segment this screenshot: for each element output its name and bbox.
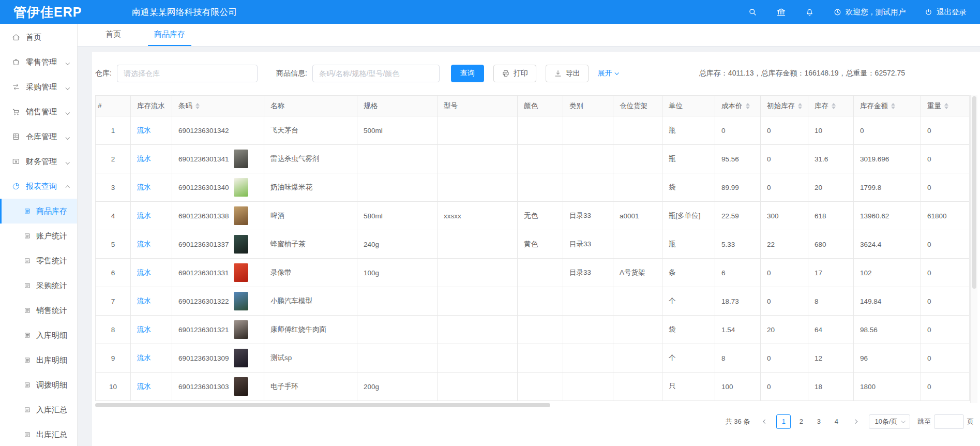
export-button[interactable]: 导出 [546, 65, 589, 82]
flow-link[interactable]: 流水 [137, 240, 151, 248]
tab-home[interactable]: 首页 [99, 24, 127, 46]
cell-initial: 22 [761, 230, 808, 259]
page-button-4[interactable]: 4 [829, 414, 843, 429]
search-icon[interactable] [748, 7, 758, 17]
warehouse-label: 仓库: [95, 69, 112, 78]
sidebar-subitem-purchase-stats[interactable]: 采购统计 [0, 273, 77, 298]
cell-initial: 0 [761, 173, 808, 202]
vertical-scrollbar[interactable] [970, 95, 977, 403]
jump-input[interactable] [934, 414, 964, 429]
flow-link[interactable]: 流水 [137, 297, 151, 305]
sidebar-item-retail[interactable]: 零售管理 [0, 50, 77, 75]
sidebar-subitem-product-inventory[interactable]: 商品库存 [0, 199, 77, 224]
page-size-select[interactable]: 10条/页 [869, 414, 910, 429]
sidebar-item-finance[interactable]: 财务管理 [0, 149, 77, 174]
print-button[interactable]: 打印 [493, 65, 536, 82]
sidebar-item-home[interactable]: 首页 [0, 25, 77, 50]
cell-spec: 500ml [357, 116, 438, 145]
product-thumbnail[interactable] [234, 150, 248, 168]
sidebar-subitem-sales-stats[interactable]: 销售统计 [0, 298, 77, 323]
clock-icon [833, 8, 842, 17]
cell-stock: 18 [808, 373, 854, 401]
sidebar-subitem-transfer-detail[interactable]: 调拨明细 [0, 373, 77, 397]
list-icon [24, 207, 31, 215]
flow-link[interactable]: 流水 [137, 212, 151, 219]
sidebar-item-warehouse[interactable]: 仓库管理 [0, 124, 77, 149]
jump-suffix-label: 页 [967, 417, 974, 426]
page-button-1[interactable]: 1 [776, 414, 791, 429]
cell-unit: 袋 [662, 173, 715, 202]
sort-icon[interactable] [798, 103, 802, 109]
product-info-input[interactable] [312, 65, 440, 82]
inventory-summary: 总库存：4011.13，总库存金额：166148.19，总重量：62572.75 [699, 69, 905, 78]
sort-icon[interactable] [832, 103, 836, 109]
cell-unit: 瓶 [662, 145, 715, 173]
inventory-table: #库存流水条码名称规格型号颜色类别仓位货架单位成本价初始库存库存库存金额重量 1… [95, 95, 970, 401]
flow-link[interactable]: 流水 [137, 183, 151, 191]
cell-unit: 只 [662, 373, 715, 401]
sort-icon[interactable] [195, 103, 200, 109]
cell-cost: 0 [715, 116, 761, 145]
flow-link[interactable]: 流水 [137, 325, 151, 333]
cell-spec: 240g [357, 230, 438, 259]
product-thumbnail[interactable] [234, 349, 248, 367]
bank-icon[interactable] [776, 7, 786, 17]
cell-initial: 20 [761, 316, 808, 344]
home-icon [12, 33, 20, 41]
sidebar-subitem-retail-stats[interactable]: 零售统计 [0, 248, 77, 273]
sidebar-subitem-outbound-summary[interactable]: 出库汇总 [0, 422, 77, 446]
horizontal-scrollbar-thumb[interactable] [95, 403, 550, 407]
flow-link[interactable]: 流水 [137, 126, 151, 134]
flow-link[interactable]: 流水 [137, 155, 151, 162]
vertical-scrollbar-thumb[interactable] [972, 96, 976, 289]
cell-name: 蜂蜜柚子茶 [264, 230, 357, 259]
app-header: 管伊佳ERP 南通某某网络科技有限公司 欢迎您，测试用户 退出登录 [0, 0, 980, 24]
column-header-12: 库存 [808, 96, 854, 116]
bell-icon[interactable] [805, 7, 815, 17]
sidebar-item-sales[interactable]: 销售管理 [0, 99, 77, 124]
page-button-2[interactable]: 2 [794, 414, 808, 429]
sort-icon[interactable] [746, 103, 750, 109]
flow-link[interactable]: 流水 [137, 269, 151, 276]
cell-shelf [613, 373, 662, 401]
tab-product-inventory[interactable]: 商品库存 [148, 24, 191, 46]
welcome-user[interactable]: 欢迎您，测试用户 [833, 7, 906, 17]
flow-link[interactable]: 流水 [137, 354, 151, 362]
product-thumbnail[interactable] [234, 320, 248, 339]
cell-cost: 8 [715, 344, 761, 373]
cell-weight: 0 [921, 173, 970, 202]
prev-page-button[interactable] [758, 414, 772, 429]
product-thumbnail[interactable] [234, 206, 248, 225]
chevron-down-icon [65, 110, 69, 114]
search-button[interactable]: 查询 [451, 65, 484, 82]
column-header-3: 名称 [264, 96, 357, 116]
sidebar-subitem-outbound-detail[interactable]: 出库明细 [0, 348, 77, 373]
sort-icon[interactable] [944, 103, 948, 109]
column-header-8: 仓位货架 [613, 96, 662, 116]
sidebar-subitem-account-stats[interactable]: 账户统计 [0, 224, 77, 248]
sidebar-item-reports[interactable]: 报表查询 [0, 174, 77, 199]
product-thumbnail[interactable] [234, 178, 248, 197]
product-thumbnail[interactable] [234, 377, 248, 396]
product-thumbnail[interactable] [234, 292, 248, 310]
horizontal-scrollbar[interactable] [95, 403, 969, 407]
flow-link[interactable]: 流水 [137, 382, 151, 390]
cell-cost: 89.99 [715, 173, 761, 202]
expand-link[interactable]: 展开 [598, 69, 619, 78]
sidebar-subitem-inbound-summary[interactable]: 入库汇总 [0, 397, 77, 422]
warehouse-select[interactable] [117, 65, 258, 82]
cell-index: 10 [96, 373, 131, 401]
page-button-3[interactable]: 3 [811, 414, 826, 429]
cell-shelf: A号货架 [613, 259, 662, 287]
product-thumbnail[interactable] [234, 235, 248, 254]
sort-icon[interactable] [891, 103, 895, 109]
sidebar-subitem-inbound-detail[interactable]: 入库明细 [0, 323, 77, 348]
product-thumbnail[interactable] [234, 263, 248, 282]
company-name: 南通某某网络科技有限公司 [131, 6, 237, 18]
cell-weight: 0 [921, 373, 970, 401]
column-header-7: 类别 [563, 96, 613, 116]
logout-button[interactable]: 退出登录 [924, 7, 967, 17]
next-page-button[interactable] [848, 414, 862, 429]
sidebar-item-purchase[interactable]: 采购管理 [0, 75, 77, 99]
cell-name: 康师傅红烧牛肉面 [264, 316, 357, 344]
